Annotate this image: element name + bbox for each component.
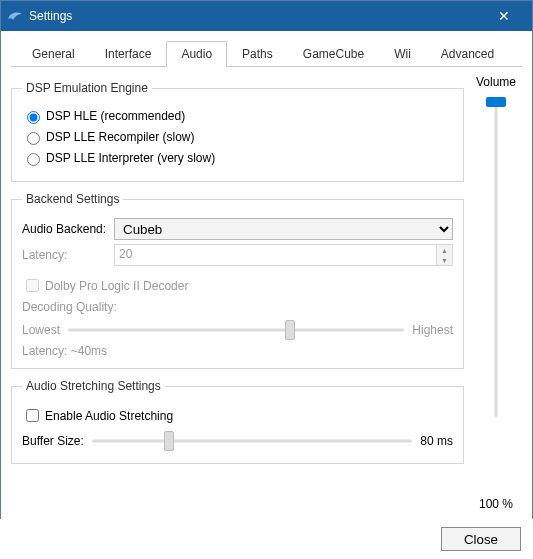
volume-label: Volume	[470, 75, 522, 89]
close-button[interactable]: Close	[441, 527, 521, 551]
close-icon[interactable]: ✕	[484, 8, 524, 24]
tab-general[interactable]: General	[17, 41, 90, 67]
dsp-legend: DSP Emulation Engine	[22, 81, 152, 95]
audio-backend-label: Audio Backend:	[22, 222, 114, 236]
dolby-checkbox	[26, 279, 39, 292]
decoding-quality-label: Decoding Quality:	[22, 300, 453, 314]
buffer-size-label: Buffer Size:	[22, 434, 84, 448]
titlebar: Settings ✕	[1, 1, 532, 31]
dsp-lle-int-radio[interactable]	[27, 153, 40, 166]
buffer-size-slider[interactable]	[92, 431, 413, 451]
latency-value: 20	[115, 245, 436, 265]
buffer-size-value: 80 ms	[420, 434, 453, 448]
enable-stretching-label: Enable Audio Stretching	[45, 409, 173, 423]
decoding-quality-slider	[68, 320, 404, 340]
latency-label: Latency:	[22, 248, 114, 262]
tabs-bar: General Interface Audio Paths GameCube W…	[11, 41, 522, 67]
volume-value: 100 %	[470, 497, 522, 511]
spinner-up-icon: ▲	[437, 245, 452, 255]
dolphin-icon	[7, 8, 23, 24]
dsp-lle-int-label: DSP LLE Interpreter (very slow)	[46, 151, 215, 165]
backend-group: Backend Settings Audio Backend: Cubeb La…	[11, 192, 464, 369]
audio-backend-select[interactable]: Cubeb	[114, 218, 453, 240]
dsp-group: DSP Emulation Engine DSP HLE (recommende…	[11, 81, 464, 182]
tab-paths[interactable]: Paths	[227, 41, 288, 67]
latency-note: Latency: ~40ms	[22, 344, 453, 358]
dolby-label: Dolby Pro Logic II Decoder	[45, 279, 188, 293]
stretching-group: Audio Stretching Settings Enable Audio S…	[11, 379, 464, 464]
stretching-legend: Audio Stretching Settings	[22, 379, 165, 393]
backend-legend: Backend Settings	[22, 192, 123, 206]
tab-wii[interactable]: Wii	[379, 41, 426, 67]
latency-spinner: 20 ▲ ▼	[114, 244, 453, 266]
dsp-hle-radio[interactable]	[27, 111, 40, 124]
quality-lowest-label: Lowest	[22, 323, 60, 337]
dsp-lle-rec-label: DSP LLE Recompiler (slow)	[46, 130, 195, 144]
tab-interface[interactable]: Interface	[90, 41, 167, 67]
tab-advanced[interactable]: Advanced	[426, 41, 509, 67]
volume-slider[interactable]	[485, 97, 507, 417]
dsp-hle-label: DSP HLE (recommended)	[46, 109, 185, 123]
enable-stretching-checkbox[interactable]	[26, 409, 39, 422]
dsp-lle-rec-radio[interactable]	[27, 132, 40, 145]
tab-gamecube[interactable]: GameCube	[288, 41, 379, 67]
spinner-down-icon: ▼	[437, 255, 452, 265]
window-title: Settings	[29, 9, 484, 23]
quality-highest-label: Highest	[412, 323, 453, 337]
footer: Close	[0, 519, 533, 559]
tab-audio[interactable]: Audio	[166, 41, 227, 67]
